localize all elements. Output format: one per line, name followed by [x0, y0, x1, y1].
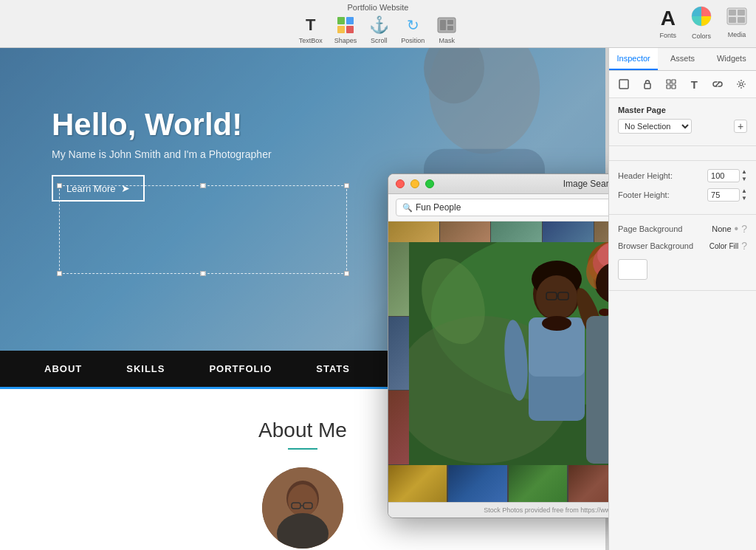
page-bg-controls: None • ?	[712, 222, 747, 236]
media-icon	[726, 7, 747, 30]
page-bg-value: None	[712, 224, 731, 233]
browser-bg-help-icon[interactable]: ?	[741, 240, 747, 252]
master-page-add-button[interactable]: +	[734, 120, 747, 133]
tool-position[interactable]: ↻ Position	[401, 15, 425, 44]
position-label: Position	[401, 37, 425, 44]
footer-height-arrows: ▲ ▼	[741, 188, 747, 202]
thumb-2[interactable]	[448, 465, 508, 502]
header-height-up[interactable]: ▲	[741, 168, 747, 176]
canvas: Hello, World! My Name is John Smith and …	[0, 48, 608, 550]
image-search-dialog[interactable]: Image Search 🔍 Fun People ✕	[388, 173, 608, 518]
image-grid	[388, 221, 608, 465]
svg-rect-6	[447, 20, 453, 24]
svg-rect-54	[672, 80, 676, 83]
color-swatch-container	[618, 256, 747, 283]
colors-button[interactable]: Colors	[691, 6, 712, 40]
lock-panel-icon[interactable]	[639, 75, 656, 93]
nav-item-portfolio[interactable]: PORTFOLIO	[209, 363, 272, 374]
search-input-wrapper[interactable]: 🔍 Fun People	[396, 199, 608, 216]
page-bg-label: Page Background	[618, 224, 682, 233]
text-panel-icon[interactable]: T	[685, 75, 703, 93]
footer-height-label: Footer Height:	[618, 190, 670, 199]
tool-mask[interactable]: Mask	[436, 15, 457, 44]
settings-panel-icon[interactable]	[732, 75, 750, 93]
left-thumbnail-strip	[388, 242, 409, 465]
svg-point-49	[599, 309, 608, 316]
tool-textbox[interactable]: T TextBox	[299, 15, 323, 44]
header-height-label: Header Height:	[618, 171, 673, 180]
svg-rect-56	[672, 85, 676, 89]
page-bg-dot: •	[735, 222, 739, 236]
tool-scroll[interactable]: ⚓ Scroll	[368, 15, 389, 44]
page-panel-icon[interactable]	[615, 75, 633, 93]
footer-height-input[interactable]	[707, 188, 740, 202]
thumb-4[interactable]	[568, 465, 608, 502]
tab-widgets[interactable]: Widgets	[707, 48, 756, 70]
top-thumb-4[interactable]	[543, 221, 594, 242]
top-thumb-1[interactable]	[388, 221, 440, 242]
media-label: Media	[728, 31, 746, 38]
panel-icon-bar: T	[609, 71, 756, 98]
tool-shapes[interactable]: Shapes	[334, 15, 357, 44]
nav-item-about[interactable]: ABOUT	[44, 363, 82, 374]
fonts-icon: A	[661, 7, 676, 30]
minimize-button[interactable]	[410, 179, 419, 188]
link-panel-icon[interactable]	[709, 75, 726, 93]
right-panel: Inspector Assets Widgets T	[608, 48, 756, 550]
thumb-1[interactable]	[388, 465, 448, 502]
main-area: Hello, World! My Name is John Smith and …	[0, 48, 756, 550]
top-thumb-2[interactable]	[440, 221, 492, 242]
couple-svg	[409, 242, 608, 465]
master-page-select[interactable]: No Selection	[618, 119, 692, 134]
header-height-stepper: ▲ ▼	[707, 168, 747, 183]
left-thumb-1[interactable]	[388, 242, 409, 317]
position-icon: ↻	[402, 15, 423, 35]
top-thumb-5[interactable]	[594, 221, 608, 242]
tab-inspector[interactable]: Inspector	[609, 48, 658, 70]
thumb-3[interactable]	[509, 465, 568, 502]
header-height-row: Header Height: ▲ ▼	[618, 168, 747, 183]
footer-height-down[interactable]: ▼	[741, 195, 747, 202]
grid-panel-icon[interactable]	[662, 75, 680, 93]
bottom-thumbnail-strip	[388, 465, 608, 502]
maximize-button[interactable]	[425, 179, 434, 188]
dialog-search-bar: 🔍 Fun People ✕	[388, 194, 608, 221]
svg-rect-0	[337, 17, 345, 24]
about-divider	[288, 448, 317, 450]
fonts-button[interactable]: A Fonts	[659, 7, 676, 39]
dialog-title: Image Search	[440, 179, 608, 189]
media-button[interactable]: Media	[726, 7, 747, 38]
scroll-icon: ⚓	[368, 15, 389, 35]
page-background-section: Page Background None • ? Browser Backgro…	[609, 215, 756, 291]
top-thumb-3[interactable]	[491, 221, 543, 242]
page-bg-help-icon[interactable]: ?	[741, 223, 747, 235]
close-button[interactable]	[396, 179, 405, 188]
shapes-icon	[335, 15, 356, 35]
main-featured-image[interactable]	[409, 242, 608, 465]
left-thumb-3[interactable]	[388, 391, 409, 465]
browser-bg-color-swatch[interactable]	[618, 259, 647, 280]
page-bg-row: Page Background None • ?	[618, 222, 747, 236]
left-thumb-2[interactable]	[388, 317, 409, 391]
dialog-titlebar: Image Search	[388, 174, 608, 194]
svg-rect-55	[667, 85, 670, 89]
avatar-image	[262, 467, 343, 549]
svg-point-57	[740, 83, 743, 86]
header-height-down[interactable]: ▼	[741, 176, 747, 183]
colors-icon	[691, 6, 712, 31]
learn-more-button[interactable]: Learn More ➤	[52, 175, 145, 202]
fonts-label: Fonts	[659, 32, 676, 39]
header-height-input[interactable]	[707, 169, 740, 182]
nav-item-skills[interactable]: SKILLS	[126, 363, 165, 374]
shapes-label: Shapes	[334, 37, 357, 44]
svg-rect-51	[619, 80, 628, 89]
svg-rect-3	[346, 26, 354, 33]
footer-height-row: Footer Height: ▲ ▼	[618, 188, 747, 202]
svg-rect-34	[558, 292, 568, 300]
nav-item-stats[interactable]: STATS	[316, 363, 350, 374]
tab-assets[interactable]: Assets	[658, 48, 707, 70]
top-right-icons: A Fonts Colors	[659, 6, 747, 40]
search-query-text: Fun People	[416, 202, 461, 213]
footer-height-up[interactable]: ▲	[741, 188, 747, 195]
svg-rect-33	[546, 292, 557, 300]
